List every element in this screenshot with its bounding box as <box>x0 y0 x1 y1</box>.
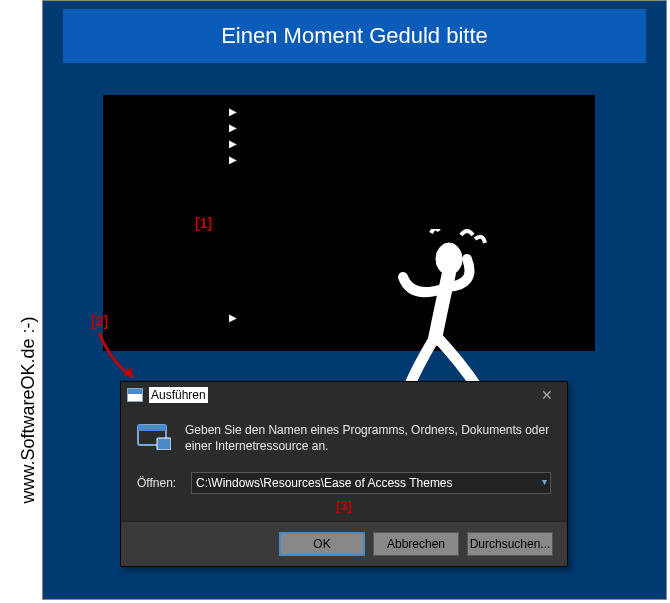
cancel-button[interactable]: Abbrechen <box>373 532 459 556</box>
close-icon[interactable]: ✕ <box>527 382 567 408</box>
arrow-right-icon: ▶ <box>229 105 243 119</box>
arrow-right-icon: ▶ <box>229 311 243 325</box>
annotation-marker-3: [3] <box>137 498 551 513</box>
arrow-right-icon: ▶ <box>229 121 243 135</box>
dialog-body: Geben Sie den Namen eines Programms, Ord… <box>121 408 567 521</box>
dialog-description: Geben Sie den Namen eines Programms, Ord… <box>185 422 551 454</box>
page-frame: Einen Moment Geduld bitte ▶ ▶ ▶ ▶ ▶ [1] <box>42 0 667 600</box>
open-label: Öffnen: <box>137 476 181 490</box>
menu-arrows: ▶ ▶ ▶ ▶ ▶ <box>229 105 243 325</box>
run-program-icon <box>137 422 171 450</box>
open-combobox[interactable]: ▾ <box>191 472 551 494</box>
dialog-title: Ausführen <box>149 387 208 403</box>
title-bar[interactable]: Ausführen ✕ <box>121 382 567 408</box>
open-input[interactable] <box>191 472 551 494</box>
watermark-text: www.SoftwareOK.de :-) <box>18 260 39 560</box>
button-row: OK Abbrechen Durchsuchen... <box>121 521 567 566</box>
browse-button[interactable]: Durchsuchen... <box>467 532 553 556</box>
run-window-icon <box>127 388 143 402</box>
ok-button[interactable]: OK <box>279 532 365 556</box>
header-bar: Einen Moment Geduld bitte <box>63 9 646 63</box>
svg-rect-4 <box>138 425 166 431</box>
run-dialog: Ausführen ✕ Geben Sie den Namen eines Pr… <box>120 381 568 567</box>
arrow-pointer-icon <box>93 327 153 387</box>
svg-rect-5 <box>157 438 171 450</box>
black-panel: ▶ ▶ ▶ ▶ ▶ [1] <box>103 95 595 351</box>
page-title: Einen Moment Geduld bitte <box>221 23 488 49</box>
arrow-right-icon: ▶ <box>229 137 243 151</box>
annotation-marker-1: [1] <box>195 215 212 231</box>
arrow-right-icon: ▶ <box>229 153 243 167</box>
